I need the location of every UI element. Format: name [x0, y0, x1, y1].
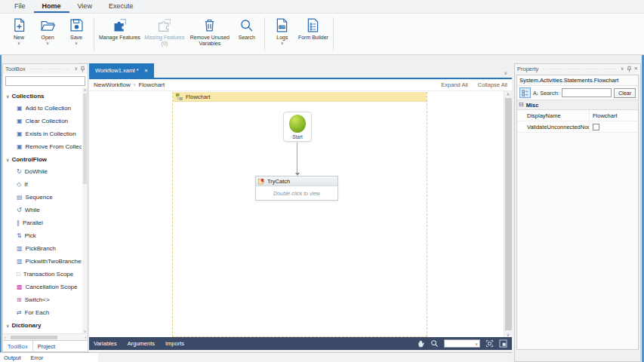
remove-unused-variables-button[interactable]: Remove Unused Variables — [189, 14, 231, 48]
chevron-down-icon[interactable]: ∨ — [74, 66, 78, 72]
arguments-button[interactable]: Arguments — [128, 340, 155, 347]
toolbox-section-controlflow[interactable]: ∨ ControlFlow — [3, 153, 82, 165]
toolbox-horizontal-scrollbar[interactable]: ‹ › — [3, 333, 88, 340]
scrollbar-thumb[interactable] — [83, 94, 87, 184]
toolbox-item-add[interactable]: ▣Add — [3, 331, 82, 333]
chevron-down-icon: ∨ — [475, 342, 479, 346]
toolbox-item-foreach[interactable]: ⇄For Each — [3, 306, 82, 319]
imports-button[interactable]: Imports — [165, 340, 184, 347]
tab-execute[interactable]: Execute — [100, 0, 142, 13]
canvas-vertical-scrollbar[interactable]: ∧ ∨ — [504, 91, 512, 337]
toolbox-item-sequence[interactable]: ▤Sequence — [3, 191, 82, 204]
zoom-combobox[interactable]: ∨ — [444, 339, 480, 348]
overview-map-icon[interactable] — [499, 339, 507, 348]
pin-icon[interactable] — [80, 66, 85, 73]
toolbox-item-while[interactable]: ↺While — [3, 204, 82, 216]
toolbox-search-input[interactable] — [5, 76, 85, 86]
tab-home[interactable]: Home — [34, 0, 69, 13]
ribbon-group-separator — [94, 17, 94, 51]
app-window: File Home View Execute New ∨ Open ∨ Save… — [0, 0, 644, 362]
trycatch-title: TryCatch — [267, 178, 290, 185]
close-icon[interactable]: ✕ — [144, 68, 148, 74]
logs-button[interactable]: LOG Logs ∨ — [270, 14, 295, 46]
scrollbar-thumb[interactable] — [505, 98, 512, 330]
toolbox-item-parallel[interactable]: ∥Parallel — [3, 216, 82, 229]
search-button[interactable]: Search — [234, 14, 260, 41]
toolbox-item-add-to-collection[interactable]: ▣Add to Collection — [3, 102, 82, 115]
collapse-box-icon[interactable]: ⊟ — [519, 102, 524, 108]
toolbox-item-clear-collection[interactable]: ▣Clear Collection — [3, 115, 82, 127]
tab-output[interactable]: Output — [4, 354, 21, 361]
variables-button[interactable]: Variables — [94, 340, 117, 347]
flowchart-activity-header[interactable]: Flowchart — [173, 92, 427, 102]
tab-toolbox[interactable]: ToolBox — [3, 341, 33, 351]
start-node[interactable]: Start — [283, 112, 312, 142]
zoom-search-icon[interactable] — [430, 339, 439, 348]
tab-overflow-icon[interactable]: ∨ — [504, 70, 512, 78]
open-button[interactable]: Open ∨ — [35, 14, 60, 46]
breadcrumb-newworkflow[interactable]: NewWorkflow — [94, 81, 131, 88]
breadcrumb-separator-icon: › — [134, 81, 136, 88]
fit-to-screen-icon[interactable] — [485, 339, 494, 348]
property-value-field[interactable]: Flowchart — [590, 110, 638, 121]
property-search-input[interactable] — [562, 88, 612, 97]
alphabetical-sort-icon[interactable]: A↓ — [533, 90, 538, 96]
clear-button[interactable]: Clear — [614, 88, 636, 98]
pan-hand-icon[interactable] — [417, 339, 425, 348]
property-category-misc[interactable]: ⊟ Misc — [517, 100, 638, 110]
property-name: ValidateUnconnectedNodes — [517, 121, 590, 132]
trash-icon — [202, 17, 217, 33]
trycatch-node-header[interactable]: TryCatch — [256, 176, 337, 186]
toolbox-item-if[interactable]: ◇If — [3, 178, 82, 191]
toolbox-item-cancellation-scope[interactable]: ▩Cancellation Scope — [3, 281, 82, 293]
manage-features-button[interactable]: Manage Features — [99, 14, 140, 41]
toolbox-item-pick[interactable]: ⇅Pick — [3, 229, 82, 242]
toolbox-vertical-scrollbar[interactable]: ∧ ∨ — [82, 87, 88, 333]
missing-features-button[interactable]: Missing Features (0) — [143, 14, 186, 48]
tab-view[interactable]: View — [69, 0, 100, 13]
pin-icon[interactable] — [627, 66, 632, 73]
trycatch-hint[interactable]: Double-click to view — [256, 186, 337, 200]
expand-all-link[interactable]: Expand All — [441, 81, 467, 88]
scroll-down-icon[interactable]: ∨ — [84, 329, 87, 333]
trycatch-node[interactable]: TryCatch Double-click to view — [255, 176, 338, 201]
zoom-value-input[interactable] — [445, 340, 472, 347]
toolbox-item-label: Parallel — [23, 219, 43, 226]
toolbox-item-pickwithtwobranches[interactable]: ▥PickwithTwoBranchesF — [3, 255, 82, 268]
toolbox-item-exists-in-collection[interactable]: ▣Exists in Collection — [3, 127, 82, 140]
scrollbar-thumb[interactable] — [11, 336, 57, 339]
designer-canvas[interactable]: Flowchart Start TryCatch Double-click to… — [89, 91, 512, 337]
toolbox-item-pickbranch[interactable]: ▥PickBranch — [3, 242, 82, 255]
scroll-up-icon[interactable]: ∧ — [507, 91, 510, 97]
tab-project[interactable]: Project — [33, 341, 60, 351]
scroll-left-icon[interactable]: ‹ — [5, 335, 6, 339]
form-builder-button[interactable]: Form Builder — [298, 14, 328, 41]
scroll-up-icon[interactable]: ∧ — [84, 87, 87, 92]
close-icon[interactable]: ✕ — [634, 66, 638, 72]
tab-file[interactable]: File — [6, 0, 34, 13]
toolbox-panel-header: ToolBox ∨ — [3, 64, 88, 74]
categorized-view-button[interactable] — [519, 87, 531, 98]
toolbox-item-label: Transaction Scope — [23, 271, 73, 278]
toolbox-section-collections[interactable]: ∨ Collections — [3, 90, 82, 102]
ribbon-group-separator — [333, 17, 334, 51]
collapse-all-link[interactable]: Collapse All — [478, 81, 507, 88]
ribbon-button-label: New — [14, 35, 24, 41]
toolbox-item-transaction-scope[interactable]: □Transaction Scope — [3, 268, 82, 281]
toolbox-item-dowhile[interactable]: ↻DoWhile — [3, 165, 82, 178]
breadcrumb-flowchart[interactable]: Flowchart — [138, 81, 165, 88]
save-button[interactable]: Save ∨ — [63, 14, 89, 46]
scroll-right-icon[interactable]: › — [85, 335, 86, 339]
document-tab-workflow1[interactable]: Workflow1.xaml * ✕ — [89, 63, 154, 78]
toolbox-section-dictionary[interactable]: ∨ Dictionary — [3, 319, 82, 331]
tab-error[interactable]: Error — [31, 354, 44, 361]
toolbox-item-switch[interactable]: ⊞Switch<> — [3, 293, 82, 306]
toolbox-item-remove-from-collection[interactable]: ▣Remove From Collection — [3, 140, 82, 153]
document-tabstrip: Workflow1.xaml * ✕ ∨ — [89, 63, 512, 78]
categorized-icon — [522, 90, 528, 97]
scroll-down-icon[interactable]: ∨ — [507, 332, 510, 337]
chevron-down-icon[interactable]: ∨ — [621, 66, 624, 72]
new-button[interactable]: New ∨ — [6, 14, 32, 46]
validate-unconnected-nodes-checkbox[interactable] — [593, 124, 599, 130]
toolbox-item-label: Cancellation Scope — [26, 284, 78, 290]
